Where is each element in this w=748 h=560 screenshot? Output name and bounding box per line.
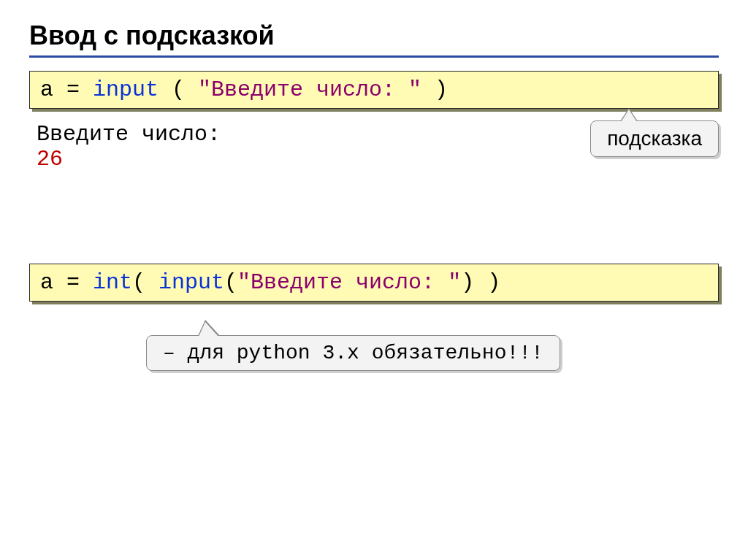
code1-close: ) bbox=[421, 77, 448, 102]
spacer bbox=[29, 193, 719, 259]
code-block-1: a = input ( "Введите число: " ) bbox=[29, 71, 719, 109]
slide: Ввод с подсказкой a = input ( "Введите ч… bbox=[0, 0, 748, 560]
code1-open: ( bbox=[159, 77, 198, 102]
callout-hint-2: – для python 3.x обязательно!!! bbox=[146, 335, 560, 371]
code-block-2: a = int( input("Введите число: ") ) bbox=[29, 264, 719, 302]
page-title: Ввод с подсказкой bbox=[29, 20, 719, 51]
output-prompt: Введите число: bbox=[37, 122, 221, 147]
code2-fn1: int bbox=[93, 270, 132, 295]
hint2-text: – для python 3.x обязательно!!! bbox=[163, 342, 543, 364]
title-divider bbox=[29, 55, 719, 58]
output-row: Введите число: 26 подсказка bbox=[29, 122, 719, 172]
code1-fn: input bbox=[93, 77, 159, 102]
code2-close1: ) bbox=[474, 270, 500, 295]
code2-string: "Введите число: " bbox=[237, 270, 461, 295]
code2-fn2: input bbox=[159, 270, 224, 295]
code1-prefix: a = bbox=[40, 77, 93, 102]
code2-prefix: a = bbox=[40, 270, 93, 295]
hint1-text: подсказка bbox=[607, 127, 702, 150]
output-text: Введите число: 26 bbox=[29, 122, 240, 172]
code2-open2: ( bbox=[224, 270, 237, 295]
code2-close2: ) bbox=[461, 270, 474, 295]
code1-string: "Введите число: " bbox=[198, 77, 421, 102]
output-value: 26 bbox=[37, 147, 63, 172]
callout-hint-1: подсказка bbox=[590, 120, 719, 157]
code2-open1: ( bbox=[132, 270, 159, 295]
